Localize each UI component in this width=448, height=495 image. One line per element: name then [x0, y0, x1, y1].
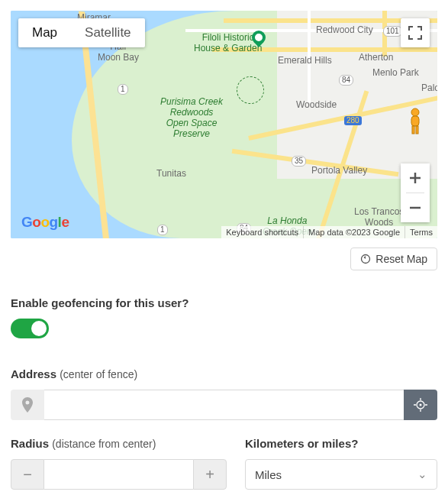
google-logo: Google: [21, 214, 69, 231]
zoom-in-button[interactable]: [401, 163, 430, 192]
route-shield-1: 1: [157, 225, 168, 235]
pegman-control[interactable]: [401, 107, 430, 136]
map-pin-icon: [21, 397, 34, 412]
plus-icon: +: [205, 466, 214, 484]
map-label-palo-a: Palo A: [421, 82, 437, 93]
fullscreen-button[interactable]: [401, 18, 430, 47]
plus-icon: [409, 172, 421, 184]
unit-label: Kilometers or miles?: [245, 437, 437, 450]
svg-rect-3: [416, 126, 418, 134]
terms-link[interactable]: Terms: [404, 226, 437, 238]
chevron-down-icon: ⌄: [417, 467, 427, 481]
unit-selected-value: Miles: [255, 468, 282, 481]
address-pin-prefix: [11, 390, 44, 420]
minus-icon: −: [23, 466, 32, 484]
map-type-map-button[interactable]: Map: [18, 18, 71, 47]
zoom-out-button[interactable]: [401, 193, 430, 222]
svg-rect-1: [411, 116, 419, 126]
map-label-emerald-hills: Emerald Hills: [278, 55, 332, 66]
map-label-redwood-city: Redwood City: [316, 24, 373, 35]
pegman-icon: [404, 107, 426, 136]
keyboard-shortcuts-link[interactable]: Keyboard shortcuts: [221, 226, 303, 238]
map-container[interactable]: Miramar Half Moon Bay Purisima Creek Red…: [11, 11, 437, 238]
map-attribution: Keyboard shortcuts Map data ©2023 Google…: [221, 226, 437, 238]
map-type-satellite-button[interactable]: Satellite: [71, 18, 144, 47]
map-label-atherton: Atherton: [359, 52, 393, 63]
enable-geofencing-label: Enable geofencing for this user?: [11, 296, 437, 309]
map-label-woodside: Woodside: [296, 99, 337, 110]
svg-point-6: [420, 404, 422, 406]
map-label-purisima: Purisima Creek Redwoods Open Space Prese…: [160, 96, 223, 139]
reset-map-button[interactable]: Reset Map: [350, 247, 437, 270]
address-field-row: [11, 390, 437, 420]
reset-icon: [360, 254, 371, 264]
fullscreen-icon: [408, 26, 422, 40]
map-label-portola-valley: Portola Valley: [311, 165, 367, 176]
map-label-tunitas: Tunitas: [156, 168, 186, 179]
map-label-los-trancos: Los Trancos Woods: [354, 206, 404, 228]
route-shield-84: 84: [339, 75, 353, 86]
address-label: Address (center of fence): [11, 367, 437, 380]
unit-select[interactable]: Miles ⌄: [245, 459, 437, 490]
svg-point-0: [411, 108, 419, 116]
map-label-menlo-park: Menlo Park: [372, 67, 419, 78]
radius-increment-button[interactable]: +: [193, 459, 227, 490]
minus-icon: [409, 202, 421, 214]
svg-rect-2: [412, 126, 414, 134]
enable-geofencing-toggle[interactable]: [11, 319, 49, 338]
locate-me-button[interactable]: [404, 390, 437, 420]
route-shield-35: 35: [292, 156, 306, 167]
route-shield-101: 101: [383, 26, 402, 37]
radius-decrement-button[interactable]: −: [11, 459, 44, 490]
map-type-control: Map Satellite: [18, 18, 145, 47]
crosshair-icon: [414, 398, 427, 412]
radius-stepper: − +: [11, 459, 227, 490]
zoom-control: [401, 163, 430, 222]
map-data-text: Map data ©2023 Google: [303, 226, 404, 238]
radius-label: Radius (distance from center): [11, 437, 227, 450]
route-shield-280: 280: [344, 116, 362, 125]
route-shield-1: 1: [118, 84, 128, 95]
reset-map-label: Reset Map: [375, 253, 427, 265]
radius-input[interactable]: [44, 459, 193, 490]
address-input[interactable]: [44, 390, 404, 420]
